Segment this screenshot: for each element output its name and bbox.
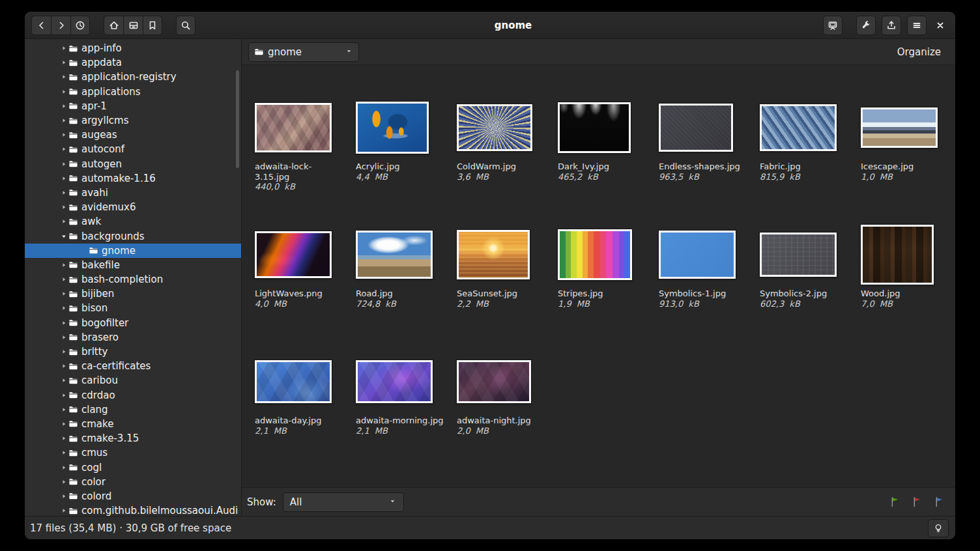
file-item[interactable]: Dark_Ivy.jpg465,2 kB [558, 98, 656, 225]
thumbnail[interactable] [760, 233, 837, 277]
sidebar-item-application-registry[interactable]: application-registry [25, 70, 241, 84]
sidebar-item-autogen[interactable]: autogen [25, 157, 241, 171]
file-item[interactable]: adwaita-morning.jpg2,1 MB [356, 352, 454, 479]
file-item[interactable]: adwaita-night.jpg2,0 MB [457, 352, 555, 479]
thumbnail[interactable] [558, 102, 631, 153]
menu-button[interactable] [907, 16, 927, 35]
sidebar-item-avahi[interactable]: avahi [25, 186, 241, 200]
expander-collapsed-icon[interactable] [59, 290, 68, 298]
sidebar-item-apr-1[interactable]: apr-1 [25, 99, 241, 113]
forward-button[interactable] [51, 16, 70, 35]
expander-collapsed-icon[interactable] [59, 449, 68, 457]
organize-button[interactable]: Organize [892, 44, 946, 61]
file-item[interactable]: ColdWarm.jpg3,6 MB [457, 98, 555, 225]
expander-collapsed-icon[interactable] [59, 348, 68, 356]
file-item[interactable]: adwaita-day.jpg2,1 MB [255, 352, 353, 479]
sidebar-item-awk[interactable]: awk [25, 214, 241, 229]
expander-collapsed-icon[interactable] [59, 88, 68, 96]
file-manager-button[interactable] [123, 16, 143, 35]
sidebar-item-caribou[interactable]: caribou [25, 373, 241, 388]
sidebar-item-backgrounds[interactable]: backgrounds [25, 229, 241, 243]
expander-collapsed-icon[interactable] [59, 117, 68, 124]
sidebar-item-appdata[interactable]: appdata [25, 55, 241, 70]
current-folder-dropdown[interactable]: gnome [248, 42, 359, 62]
expander-collapsed-icon[interactable] [59, 362, 68, 370]
file-item[interactable]: SeaSunset.jpg2,2 MB [457, 225, 555, 352]
file-item[interactable]: Acrylic.jpg4,4 MB [356, 98, 454, 225]
file-item[interactable]: Wood.jpg7,0 MB [861, 225, 955, 352]
sidebar-item-color[interactable]: color [25, 475, 241, 489]
expander-collapsed-icon[interactable] [59, 478, 68, 486]
sidebar-item-com.github.bilelmoussaoui.Audi[interactable]: com.github.bilelmoussaoui.Audi [25, 503, 241, 516]
sidebar-item-bison[interactable]: bison [25, 301, 241, 315]
file-item[interactable]: Endless-shapes.jpg963,5 kB [659, 98, 757, 225]
sidebar-item-cdrdao[interactable]: cdrdao [25, 388, 241, 403]
expander-collapsed-icon[interactable] [59, 434, 68, 442]
expander-collapsed-icon[interactable] [59, 391, 68, 399]
sidebar-item-bogofilter[interactable]: bogofilter [25, 316, 241, 330]
sidebar-item-autoconf[interactable]: autoconf [25, 142, 241, 156]
close-button[interactable] [932, 16, 949, 35]
file-item[interactable]: LightWaves.png4,0 MB [255, 225, 353, 352]
bookmark-button[interactable] [143, 16, 162, 35]
sidebar-item-avidemux6[interactable]: avidemux6 [25, 200, 241, 214]
back-button[interactable] [31, 16, 51, 35]
thumbnail[interactable] [356, 360, 433, 403]
sidebar-item-bijiben[interactable]: bijiben [25, 287, 241, 301]
file-item[interactable]: Icescape.jpg1,0 MB [861, 98, 955, 225]
thumbnail[interactable] [356, 102, 429, 154]
sidebar-item-cmus[interactable]: cmus [25, 445, 241, 460]
file-item[interactable]: adwaita-lock-3.15.jpg440,0 kB [255, 98, 353, 225]
thumbnail[interactable] [457, 360, 531, 403]
blue-flag-button[interactable] [933, 496, 945, 508]
expander-collapsed-icon[interactable] [59, 406, 68, 414]
thumbnail[interactable] [659, 231, 736, 279]
export-button[interactable] [882, 16, 901, 35]
expander-collapsed-icon[interactable] [59, 218, 68, 225]
expander-collapsed-icon[interactable] [59, 333, 68, 341]
red-flag-button[interactable] [911, 496, 923, 508]
expander-collapsed-icon[interactable] [59, 145, 68, 153]
sidebar-item-applications[interactable]: applications [25, 85, 241, 99]
file-item[interactable]: Road.jpg724,8 kB [356, 225, 454, 352]
sidebar-item-colord[interactable]: colord [25, 489, 241, 503]
thumbnail[interactable] [558, 229, 632, 280]
expander-collapsed-icon[interactable] [59, 73, 68, 81]
expander-collapsed-icon[interactable] [59, 420, 68, 428]
search-button[interactable] [176, 16, 195, 35]
thumbnail[interactable] [255, 360, 332, 403]
expander-collapsed-icon[interactable] [59, 189, 68, 197]
thumbnail[interactable] [356, 231, 433, 279]
expander-collapsed-icon[interactable] [59, 203, 68, 211]
sidebar-item-app-info[interactable]: app-info [25, 41, 241, 55]
expander-collapsed-icon[interactable] [59, 376, 68, 384]
sidebar-item-ca-certificates[interactable]: ca-certificates [25, 359, 241, 373]
expander-collapsed-icon[interactable] [59, 261, 68, 269]
tools-button[interactable] [856, 16, 876, 35]
thumbnail[interactable] [861, 225, 934, 285]
sidebar-item-augeas[interactable]: augeas [25, 128, 241, 142]
file-item[interactable]: Symbolics-1.jpg913,0 kB [659, 225, 757, 352]
sidebar-scrollbar[interactable] [236, 70, 239, 168]
home-button[interactable] [104, 16, 123, 35]
thumbnail[interactable] [659, 104, 733, 152]
thumbnail[interactable] [861, 107, 938, 148]
expander-collapsed-icon[interactable] [59, 304, 68, 312]
file-item[interactable]: Fabric.jpg815,9 kB [760, 98, 857, 225]
sidebar-item-argyllcms[interactable]: argyllcms [25, 113, 241, 128]
expander-collapsed-icon[interactable] [59, 319, 68, 327]
expander-collapsed-icon[interactable] [59, 59, 68, 66]
sidebar-item-gnome[interactable]: gnome [25, 244, 241, 258]
expander-collapsed-icon[interactable] [59, 276, 68, 283]
green-flag-button[interactable] [889, 496, 901, 508]
sidebar-item-cmake-3.15[interactable]: cmake-3.15 [25, 431, 241, 445]
expander-collapsed-icon[interactable] [59, 492, 68, 500]
expander-collapsed-icon[interactable] [59, 44, 68, 52]
filter-dropdown[interactable]: All [283, 492, 404, 512]
file-item[interactable]: Symbolics-2.jpg602,3 kB [760, 225, 857, 352]
expander-collapsed-icon[interactable] [59, 131, 68, 139]
expander-collapsed-icon[interactable] [59, 160, 68, 168]
sidebar-item-cogl[interactable]: cogl [25, 460, 241, 474]
expander-collapsed-icon[interactable] [59, 102, 68, 110]
thumbnail[interactable] [457, 230, 530, 279]
